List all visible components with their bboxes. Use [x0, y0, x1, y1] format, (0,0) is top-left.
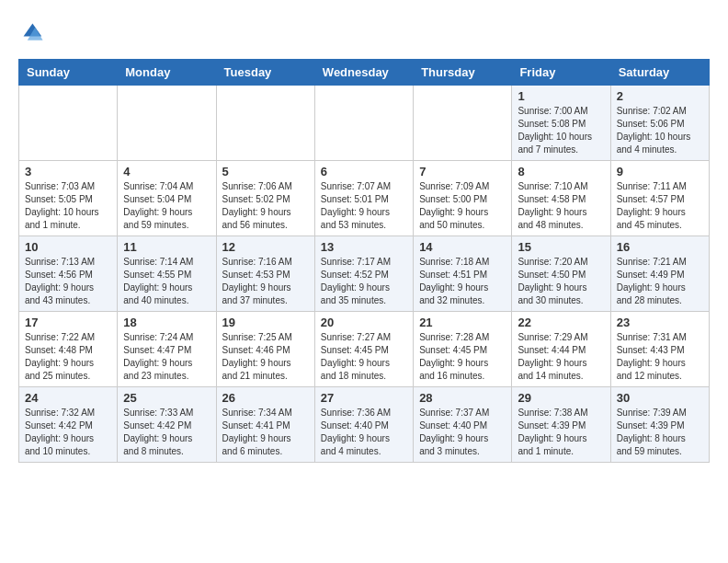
calendar-cell: 9Sunrise: 7:11 AM Sunset: 4:57 PM Daylig…: [610, 161, 709, 236]
weekday-header: Saturday: [610, 60, 709, 86]
day-number: 18: [123, 316, 210, 329]
calendar-cell: 8Sunrise: 7:10 AM Sunset: 4:58 PM Daylig…: [512, 161, 610, 236]
day-info: Sunrise: 7:13 AM Sunset: 4:56 PM Dayligh…: [25, 256, 111, 307]
day-info: Sunrise: 7:03 AM Sunset: 5:05 PM Dayligh…: [25, 180, 111, 232]
day-number: 17: [25, 316, 111, 329]
weekday-header: Tuesday: [216, 60, 314, 86]
logo: [18, 18, 48, 44]
day-info: Sunrise: 7:28 AM Sunset: 4:45 PM Dayligh…: [419, 331, 506, 383]
calendar-cell: 25Sunrise: 7:33 AM Sunset: 4:42 PM Dayli…: [118, 387, 216, 463]
day-info: Sunrise: 7:02 AM Sunset: 5:06 PM Dayligh…: [617, 105, 703, 156]
day-number: 8: [518, 165, 604, 178]
calendar-body: 1Sunrise: 7:00 AM Sunset: 5:08 PM Daylig…: [19, 86, 710, 463]
day-info: Sunrise: 7:14 AM Sunset: 4:55 PM Dayligh…: [123, 256, 210, 307]
calendar-cell: 1Sunrise: 7:00 AM Sunset: 5:08 PM Daylig…: [512, 86, 610, 161]
calendar-cell: [118, 86, 216, 161]
day-number: 21: [419, 316, 506, 329]
calendar-cell: 13Sunrise: 7:17 AM Sunset: 4:52 PM Dayli…: [314, 236, 413, 312]
day-number: 27: [321, 391, 407, 405]
calendar-cell: 20Sunrise: 7:27 AM Sunset: 4:45 PM Dayli…: [314, 312, 413, 387]
day-info: Sunrise: 7:37 AM Sunset: 4:40 PM Dayligh…: [419, 407, 506, 458]
calendar-cell: 12Sunrise: 7:16 AM Sunset: 4:53 PM Dayli…: [216, 236, 314, 312]
day-info: Sunrise: 7:16 AM Sunset: 4:53 PM Dayligh…: [222, 256, 309, 307]
day-number: 29: [518, 391, 604, 405]
day-info: Sunrise: 7:18 AM Sunset: 4:51 PM Dayligh…: [419, 256, 506, 307]
calendar-cell: 4Sunrise: 7:04 AM Sunset: 5:04 PM Daylig…: [118, 161, 216, 236]
calendar-cell: 27Sunrise: 7:36 AM Sunset: 4:40 PM Dayli…: [314, 387, 413, 463]
calendar-cell: [19, 86, 118, 161]
calendar-cell: 11Sunrise: 7:14 AM Sunset: 4:55 PM Dayli…: [118, 236, 216, 312]
day-info: Sunrise: 7:21 AM Sunset: 4:49 PM Dayligh…: [617, 256, 703, 307]
calendar-cell: 7Sunrise: 7:09 AM Sunset: 5:00 PM Daylig…: [414, 161, 512, 236]
day-number: 14: [419, 240, 506, 254]
day-info: Sunrise: 7:25 AM Sunset: 4:46 PM Dayligh…: [222, 331, 309, 383]
calendar-cell: 2Sunrise: 7:02 AM Sunset: 5:06 PM Daylig…: [610, 86, 709, 161]
day-number: 30: [617, 391, 703, 405]
day-info: Sunrise: 7:17 AM Sunset: 4:52 PM Dayligh…: [321, 256, 407, 307]
day-number: 28: [419, 391, 506, 405]
day-number: 16: [617, 240, 703, 254]
day-info: Sunrise: 7:11 AM Sunset: 4:57 PM Dayligh…: [617, 180, 703, 232]
day-info: Sunrise: 7:22 AM Sunset: 4:48 PM Dayligh…: [25, 331, 111, 383]
day-number: 3: [25, 165, 111, 178]
day-number: 20: [321, 316, 407, 329]
calendar-cell: 21Sunrise: 7:28 AM Sunset: 4:45 PM Dayli…: [414, 312, 512, 387]
calendar-cell: 18Sunrise: 7:24 AM Sunset: 4:47 PM Dayli…: [118, 312, 216, 387]
calendar-cell: [314, 86, 413, 161]
calendar-week: 17Sunrise: 7:22 AM Sunset: 4:48 PM Dayli…: [19, 312, 710, 387]
calendar-cell: 10Sunrise: 7:13 AM Sunset: 4:56 PM Dayli…: [19, 236, 118, 312]
day-info: Sunrise: 7:34 AM Sunset: 4:41 PM Dayligh…: [222, 407, 309, 458]
weekday-header: Thursday: [414, 60, 512, 86]
calendar-cell: 5Sunrise: 7:06 AM Sunset: 5:02 PM Daylig…: [216, 161, 314, 236]
calendar-cell: [216, 86, 314, 161]
calendar-header: SundayMondayTuesdayWednesdayThursdayFrid…: [19, 60, 710, 86]
day-number: 7: [419, 165, 506, 178]
day-number: 13: [321, 240, 407, 254]
day-number: 11: [123, 240, 210, 254]
day-info: Sunrise: 7:20 AM Sunset: 4:50 PM Dayligh…: [518, 256, 604, 307]
day-info: Sunrise: 7:38 AM Sunset: 4:39 PM Dayligh…: [518, 407, 604, 458]
day-info: Sunrise: 7:07 AM Sunset: 5:01 PM Dayligh…: [321, 180, 407, 232]
day-info: Sunrise: 7:39 AM Sunset: 4:39 PM Dayligh…: [617, 407, 703, 458]
logo-icon: [18, 18, 44, 44]
day-number: 6: [321, 165, 407, 178]
day-number: 10: [25, 240, 111, 254]
calendar-cell: 6Sunrise: 7:07 AM Sunset: 5:01 PM Daylig…: [314, 161, 413, 236]
day-info: Sunrise: 7:27 AM Sunset: 4:45 PM Dayligh…: [321, 331, 407, 383]
calendar-cell: 16Sunrise: 7:21 AM Sunset: 4:49 PM Dayli…: [610, 236, 709, 312]
calendar-cell: 15Sunrise: 7:20 AM Sunset: 4:50 PM Dayli…: [512, 236, 610, 312]
day-info: Sunrise: 7:32 AM Sunset: 4:42 PM Dayligh…: [25, 407, 111, 458]
day-info: Sunrise: 7:09 AM Sunset: 5:00 PM Dayligh…: [419, 180, 506, 232]
day-info: Sunrise: 7:36 AM Sunset: 4:40 PM Dayligh…: [321, 407, 407, 458]
calendar-cell: 26Sunrise: 7:34 AM Sunset: 4:41 PM Dayli…: [216, 387, 314, 463]
calendar-cell: 29Sunrise: 7:38 AM Sunset: 4:39 PM Dayli…: [512, 387, 610, 463]
calendar-cell: 30Sunrise: 7:39 AM Sunset: 4:39 PM Dayli…: [610, 387, 709, 463]
day-number: 22: [518, 316, 604, 329]
weekday-header: Monday: [118, 60, 216, 86]
calendar-cell: [414, 86, 512, 161]
day-number: 24: [25, 391, 111, 405]
day-info: Sunrise: 7:29 AM Sunset: 4:44 PM Dayligh…: [518, 331, 604, 383]
day-number: 5: [222, 165, 309, 178]
day-info: Sunrise: 7:04 AM Sunset: 5:04 PM Dayligh…: [123, 180, 210, 232]
calendar-cell: 17Sunrise: 7:22 AM Sunset: 4:48 PM Dayli…: [19, 312, 118, 387]
day-number: 26: [222, 391, 309, 405]
day-number: 23: [617, 316, 703, 329]
day-number: 15: [518, 240, 604, 254]
calendar-week: 1Sunrise: 7:00 AM Sunset: 5:08 PM Daylig…: [19, 86, 710, 161]
calendar-cell: 14Sunrise: 7:18 AM Sunset: 4:51 PM Dayli…: [414, 236, 512, 312]
calendar-cell: 3Sunrise: 7:03 AM Sunset: 5:05 PM Daylig…: [19, 161, 118, 236]
calendar-cell: 22Sunrise: 7:29 AM Sunset: 4:44 PM Dayli…: [512, 312, 610, 387]
weekday-header: Wednesday: [314, 60, 413, 86]
day-number: 9: [617, 165, 703, 178]
day-number: 12: [222, 240, 309, 254]
weekday-header: Friday: [512, 60, 610, 86]
day-info: Sunrise: 7:10 AM Sunset: 4:58 PM Dayligh…: [518, 180, 604, 232]
page-header: [18, 18, 710, 44]
calendar-table: SundayMondayTuesdayWednesdayThursdayFrid…: [18, 59, 710, 463]
day-number: 19: [222, 316, 309, 329]
calendar-cell: 23Sunrise: 7:31 AM Sunset: 4:43 PM Dayli…: [610, 312, 709, 387]
calendar-week: 3Sunrise: 7:03 AM Sunset: 5:05 PM Daylig…: [19, 161, 710, 236]
day-info: Sunrise: 7:00 AM Sunset: 5:08 PM Dayligh…: [518, 105, 604, 156]
day-info: Sunrise: 7:24 AM Sunset: 4:47 PM Dayligh…: [123, 331, 210, 383]
